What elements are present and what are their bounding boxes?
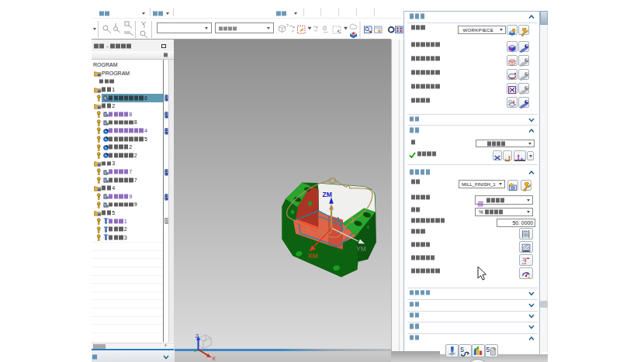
- svg-text:5: 5: [486, 346, 490, 353]
- svg-text:YM: YM: [356, 245, 366, 253]
- svg-text:ZM: ZM: [323, 191, 332, 198]
- svg-text:XM: XM: [308, 252, 318, 260]
- svg-text:Z: Z: [196, 333, 199, 340]
- svg-text:X: X: [212, 355, 216, 362]
- svg-text:5: 5: [460, 346, 464, 353]
